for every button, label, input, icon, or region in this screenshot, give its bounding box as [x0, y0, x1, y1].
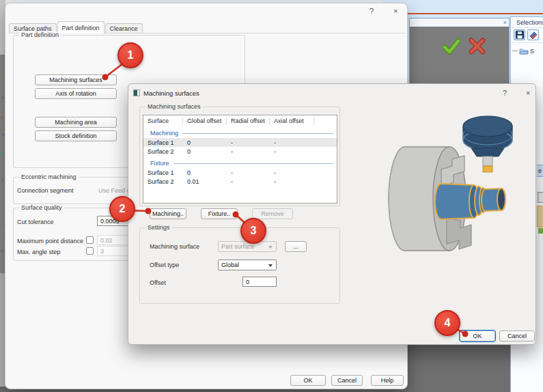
annotation-step-1: 1 [117, 42, 143, 68]
selections-toolbar [511, 27, 543, 43]
annotation-step-4: 4 [434, 310, 460, 336]
max-point-distance-checkbox[interactable] [86, 236, 94, 244]
ok-button[interactable]: OK [290, 375, 326, 386]
chevron-down-icon [268, 264, 273, 267]
tree-expander-line [512, 51, 518, 51]
column-header-global-offset[interactable]: Global offset [183, 117, 227, 125]
machining-add-button[interactable]: Machining.. [150, 208, 186, 219]
close-icon[interactable]: × [503, 19, 507, 26]
confirm-check-icon[interactable] [443, 38, 460, 55]
cell-axial-offset: - [270, 178, 314, 185]
settings-group: Settings Machining surface Part surface … [139, 227, 340, 304]
machining-surface-select[interactable]: Part surface [218, 241, 277, 252]
cell-radial-offset: - [227, 178, 270, 185]
column-header-surface[interactable]: Surface [143, 117, 183, 125]
machine-preview-image [339, 103, 543, 335]
help-button[interactable]: Help [371, 375, 404, 386]
cell-axial-offset: - [270, 169, 314, 176]
save-icon [516, 31, 524, 39]
viewport-header: × [410, 18, 509, 27]
surfaces-table-group-title: Machining surfaces [145, 103, 203, 110]
annotation-step-2: 2 [109, 196, 135, 222]
eccentric-machining-group-title: Eccentric machining [19, 173, 79, 180]
reject-cross-icon[interactable] [469, 38, 486, 55]
cell-axial-offset: - [270, 139, 314, 146]
cancel-button[interactable]: Cancel [331, 375, 363, 386]
offset-type-selected-value: Global [221, 262, 239, 268]
table-row[interactable]: Surface 2 0.01 - - [143, 177, 337, 186]
column-header-filler [314, 117, 337, 125]
max-point-distance-label: Maximum point distance [17, 238, 83, 244]
tool-shank [483, 156, 492, 166]
chevron-down-icon [268, 246, 273, 249]
help-icon[interactable]: ? [503, 89, 507, 97]
connection-segment-label: Connection segment [17, 187, 74, 194]
save-button[interactable] [514, 29, 525, 40]
surfaces-table-group: Machining surfaces Surface Global offset… [139, 107, 340, 206]
help-icon[interactable]: ? [370, 7, 374, 15]
table-group-fixture: Fixture [143, 158, 337, 168]
column-header-axial-offset[interactable]: Axial offset [270, 117, 314, 125]
group-divider-line [173, 163, 333, 164]
max-angle-step-checkbox[interactable] [86, 247, 94, 255]
cell-surface: Surface 2 [143, 178, 183, 185]
machining-area-button[interactable]: Machining area [35, 117, 117, 128]
table-row[interactable]: Surface 2 0 - - [143, 147, 337, 156]
machining-surfaces-dialog: Machining surfaces ? × Machining surface… [128, 83, 536, 345]
offset-type-label: Offset type [150, 262, 179, 268]
offset-type-select[interactable]: Global [218, 260, 277, 270]
annotation-step-3: 3 [240, 218, 266, 244]
cell-axial-offset: - [270, 148, 314, 155]
offset-input[interactable] [242, 277, 277, 287]
cut-tolerance-label: Cut tolerance [17, 219, 54, 225]
selections-panel-title: Selections [511, 17, 543, 27]
viewport-noise [1, 75, 3, 76]
screenshot-stage: × Selections [0, 0, 543, 392]
table-row[interactable]: Surface 1 0 - - [143, 168, 337, 177]
dialog-titlebar[interactable]: Machining surfaces [128, 84, 535, 102]
eraser-icon [529, 30, 538, 40]
machining-surface-label: Machining surface [150, 243, 199, 250]
machining-surfaces-button[interactable]: Machining surfaces [35, 74, 117, 85]
settings-group-title: Settings [145, 224, 172, 231]
axis-of-rotation-button[interactable]: Axis of rotation [35, 88, 117, 99]
group-divider-line [182, 133, 333, 134]
close-icon[interactable]: × [393, 7, 398, 15]
tree-item-label: S [530, 48, 534, 55]
fixture-add-button[interactable]: Fixture.. [201, 208, 238, 219]
cell-global-offset: 0.01 [183, 178, 227, 185]
dialog-icon [133, 89, 140, 96]
machining-surface-selected-value: Part surface [221, 243, 255, 250]
cell-radial-offset: - [227, 139, 270, 146]
close-icon[interactable]: × [526, 89, 530, 97]
part-definition-group-title: Part definition [19, 31, 61, 38]
cell-radial-offset: - [227, 148, 270, 155]
selections-tree-item[interactable]: S [511, 43, 543, 55]
remove-button[interactable]: Remove [252, 208, 293, 219]
cell-global-offset: 0 [183, 169, 227, 176]
tab-part-definition[interactable]: Part definition [57, 21, 105, 33]
browse-button[interactable]: ... [285, 241, 307, 252]
surfaces-table: Surface Global offset Radial offset Axia… [143, 115, 337, 204]
folder-icon [519, 47, 529, 55]
tool-insert [483, 166, 492, 172]
ok-button[interactable]: OK [460, 331, 495, 341]
table-group-machining: Machining [143, 128, 337, 138]
stock-definition-button[interactable]: Stock definition [35, 130, 117, 141]
cell-surface: Surface 1 [143, 139, 183, 146]
cancel-button[interactable]: Cancel [499, 331, 535, 341]
cell-radial-offset: - [227, 169, 270, 176]
cell-surface: Surface 2 [143, 148, 183, 155]
dialog-title: Machining surfaces [143, 89, 199, 97]
cell-surface: Surface 1 [143, 169, 183, 176]
erase-button[interactable] [527, 29, 539, 40]
surface-quality-group-title: Surface quality [19, 204, 64, 211]
column-header-radial-offset[interactable]: Radial offset [227, 117, 270, 125]
table-group-label: Machining [150, 130, 178, 137]
table-row[interactable]: Surface 1 0 - - [143, 138, 337, 147]
cell-global-offset: 0 [183, 148, 227, 155]
table-group-label: Fixture [150, 160, 169, 167]
tab-clearance[interactable]: Clearance [105, 23, 143, 33]
max-angle-step-label: Max. angle step [17, 249, 61, 255]
cell-global-offset: 0 [183, 139, 227, 146]
